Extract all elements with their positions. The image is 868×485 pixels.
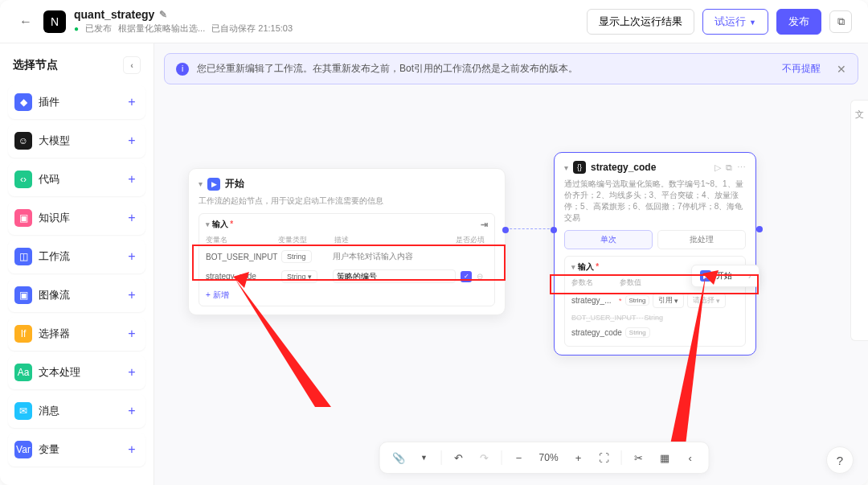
sidebar-item[interactable]: ▣图像流+ [8,278,145,312]
node-type-icon: Var [14,441,32,458]
delete-row-icon[interactable]: ⊖ [477,272,488,281]
sidebar-item-label: 代码 [39,172,59,187]
attach-dropdown[interactable]: ▼ [414,447,435,468]
add-node-button[interactable]: + [125,404,139,418]
add-node-button[interactable]: + [125,95,139,109]
notice-dismiss-link[interactable]: 不再提醒 [782,62,821,76]
add-input-button[interactable]: + 新增 [206,286,488,301]
node-start-desc: 工作流的起始节点，用于设定启动工作流需要的信息 [199,195,495,207]
add-node-button[interactable]: + [125,365,139,380]
testrun-button[interactable]: 试运行▼ [702,9,768,35]
required-checkbox[interactable]: ✓ [461,271,472,282]
header: ← N quant_strategy ✎ ● 已发布 根据量化策略输出选... … [0,0,868,43]
param-row: strategy_... * String 引用 ▾ 请选择 ▾ [571,290,739,311]
sidebar-title: 选择节点 [13,58,58,72]
sidebar-item-label: 消息 [39,404,59,418]
start-node-icon: ▶ [207,178,220,191]
sidebar-item[interactable]: ◫工作流+ [8,240,145,273]
node-type-icon: ▣ [14,286,32,304]
type-select[interactable]: String [281,250,312,263]
tab-batch[interactable]: 批处理 [657,230,746,249]
page-title: quant_strategy [74,8,154,21]
collapse-all-button[interactable]: ‹ [680,447,701,468]
add-node-button[interactable]: + [125,288,139,302]
info-icon: i [176,63,189,76]
zoom-in-button[interactable]: + [568,447,589,468]
sidebar-item-label: 知识库 [39,211,70,225]
sidebar-item-label: 图像流 [39,288,70,302]
code-node-icon: {} [573,161,586,174]
canvas: i 您已经重新编辑了工作流。在其重新发布之前，Bot引用的工作流仍然是之前发布的… [154,43,868,485]
publish-button[interactable]: 发布 [776,9,821,35]
show-results-button[interactable]: 显示上次运行结果 [587,9,694,35]
notice-banner: i 您已经重新编辑了工作流。在其重新发布之前，Bot引用的工作流仍然是之前发布的… [164,53,858,84]
attach-button[interactable]: 📎 [388,447,409,468]
ref-select[interactable]: 引用 ▾ [653,293,684,308]
layout-button[interactable]: ▦ [654,447,675,468]
sidebar: 选择节点 ‹ ◆插件+☺大模型+‹›代码+▣知识库+◫工作流+▣图像流+If选择… [0,43,154,485]
sidebar-item[interactable]: ‹›代码+ [8,162,145,196]
sidebar-item[interactable]: Aa文本处理+ [8,356,145,389]
copy-node-icon[interactable]: ⧉ [726,162,732,173]
node-strategy-desc: 通过策略编号选取量化策略。数字编号1~8。1、量价齐升；2、均线多头；3、平台突… [564,179,746,224]
node-type-icon: ▣ [14,209,32,227]
node-type-icon: Aa [14,364,32,381]
undo-button[interactable]: ↶ [448,447,469,468]
add-node-button[interactable]: + [125,211,139,225]
status-dot: ● [74,24,79,33]
input-row: BOT_USER_INPUT String 用户本轮对话输入内容 [206,247,488,266]
chevron-right-icon: › [748,272,751,281]
copy-button[interactable]: ⧉ [829,10,852,33]
desc-input[interactable] [333,269,456,283]
sidebar-item-label: 文本处理 [39,365,80,380]
node-strategy[interactable]: ▾ {} strategy_code ▷ ⧉ ⋯ 通过策略编号选取量化策略。数字… [554,152,756,356]
node-strategy-title: strategy_code [591,162,656,173]
dropdown-option[interactable]: strategy_code [571,328,622,337]
sidebar-item[interactable]: ✉消息+ [8,394,145,428]
value-select[interactable]: 请选择 ▾ [687,293,726,308]
node-type-icon: ☺ [14,132,32,150]
subtitle-desc: 根据量化策略输出选... [118,23,205,35]
autosave-label: 已自动保存 21:15:03 [211,23,293,35]
help-button[interactable]: ? [826,446,854,474]
add-node-button[interactable]: + [125,249,139,264]
sidebar-item[interactable]: ▣知识库+ [8,201,145,235]
sidebar-item-label: 工作流 [39,249,70,264]
tab-single[interactable]: 单次 [564,230,653,249]
add-node-button[interactable]: + [125,327,139,341]
sidebar-item[interactable]: ☺大模型+ [8,124,145,158]
add-node-button[interactable]: + [125,442,139,457]
sidebar-item[interactable]: If选择器+ [8,317,145,351]
node-type-icon: If [14,325,32,343]
debug-icon[interactable]: ▷ [714,162,721,173]
fit-button[interactable]: ⛶ [594,447,615,468]
import-icon[interactable]: ⇥ [481,220,488,230]
ref-popup[interactable]: ▶ 开始 › [691,265,760,287]
canvas-toolbar: 📎 ▼ ↶ ↷ − 70% + ⛶ ✂ ▦ ‹ [379,442,710,474]
back-button[interactable]: ← [16,11,35,32]
sidebar-item[interactable]: Var变量+ [8,433,145,467]
node-type-icon: ‹› [14,171,32,188]
add-node-button[interactable]: + [125,134,139,148]
zoom-out-button[interactable]: − [509,447,530,468]
node-start[interactable]: ▾ ▶ 开始 工作流的起始节点，用于设定启动工作流需要的信息 ▾ 输入 * ⇥ … [188,168,506,315]
zoom-level: 70% [534,452,563,463]
notice-close-icon[interactable]: ✕ [837,63,846,76]
node-start-title: 开始 [225,177,244,191]
input-row: strategy_code String ▾ ✓ ⊖ [206,266,488,286]
redo-button[interactable]: ↷ [474,447,495,468]
edit-icon[interactable]: ✎ [159,9,167,20]
side-rail[interactable]: 文 [850,100,868,341]
node-type-icon: ◆ [14,93,32,111]
collapse-sidebar-button[interactable]: ‹ [123,56,141,74]
type-select[interactable]: String ▾ [281,270,317,283]
sidebar-item-label: 选择器 [39,327,70,341]
sidebar-item-label: 变量 [39,442,59,457]
notice-text: 您已经重新编辑了工作流。在其重新发布之前，Bot引用的工作流仍然是之前发布的版本… [197,62,774,76]
add-node-button[interactable]: + [125,172,139,187]
tidy-button[interactable]: ✂ [628,447,649,468]
more-icon[interactable]: ⋯ [737,162,746,173]
chevron-down-icon: ▼ [749,18,756,27]
sidebar-item[interactable]: ◆插件+ [8,85,145,119]
app-icon: N [43,10,66,33]
